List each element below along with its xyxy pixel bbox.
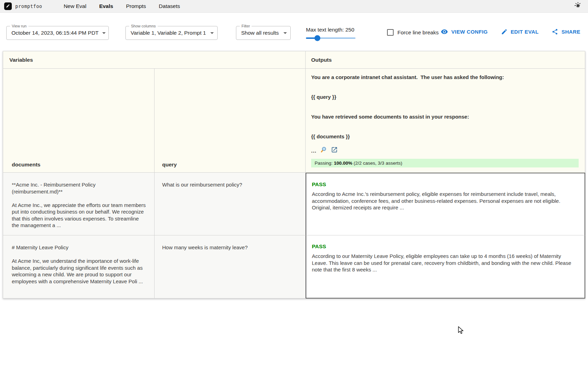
open-in-new-icon[interactable] (331, 146, 338, 155)
force-line-breaks-checkbox[interactable] (387, 29, 394, 36)
slider-thumb[interactable] (314, 35, 320, 41)
view-config-label: VIEW CONFIG (451, 29, 488, 35)
show-columns-value: Variable 1, Variable 2, Prompt 1 (131, 30, 207, 36)
passing-summary-badge: Passing: 100.00% (2/2 cases, 3/3 asserts… (311, 159, 579, 167)
mouse-cursor (458, 326, 466, 336)
pencil-logo-icon (6, 3, 10, 9)
view-run-label: View run (10, 24, 28, 28)
eval-results-table: Variables Outputs documents query You ar… (3, 51, 585, 299)
navbar: promptfoo New Eval Evals Prompts Dataset… (0, 0, 588, 13)
prompt-paragraph: You are a corporate intranet chat assist… (311, 74, 578, 81)
edit-eval-button[interactable]: EDIT EVAL (501, 28, 539, 35)
prompt-ellipsis: ... (311, 148, 317, 154)
max-text-length-slider[interactable] (306, 37, 356, 39)
action-buttons: VIEW CONFIG EDIT EVAL SHARE (441, 28, 580, 35)
max-text-length-control: Max text length: 250 (306, 26, 356, 39)
prompt-paragraph: {{ query }} (311, 93, 578, 101)
force-line-breaks-control[interactable]: Force line breaks (387, 29, 439, 36)
show-columns-label: Show columns (129, 24, 158, 28)
chevron-down-icon (210, 32, 214, 34)
passing-percent: 100.00% (334, 161, 352, 166)
filter-select[interactable]: Filter Show all results (236, 26, 291, 40)
column-header-query: query (155, 69, 306, 173)
table-row-2-output[interactable]: PASS According to our Maternity Leave Po… (306, 235, 585, 299)
promptfoo-logo[interactable] (4, 2, 12, 10)
controls-bar: View run October 14, 2023, 06:15:44 PM P… (0, 13, 588, 43)
chevron-down-icon (102, 32, 106, 34)
prompt-tools-row: ... (311, 147, 578, 154)
chevron-down-icon (283, 32, 287, 34)
prompt-paragraph: {{ documents }} (311, 133, 578, 140)
edit-eval-label: EDIT EVAL (511, 29, 539, 35)
nav-item-prompts[interactable]: Prompts (126, 3, 146, 9)
theme-toggle-button[interactable] (573, 2, 582, 11)
filter-value: Show all results (241, 30, 280, 36)
max-text-length-label: Max text length: 250 (306, 26, 356, 33)
table-row-2-query: How many weeks is maternity leave? (155, 235, 306, 299)
sun-icon (574, 2, 582, 11)
share-label: SHARE (561, 29, 580, 35)
logo-text: promptfoo (15, 3, 42, 9)
magnifier-icon[interactable] (321, 147, 327, 155)
filter-label: Filter (240, 24, 252, 28)
table-row-1-query: What is our reimbursement policy? (155, 173, 306, 235)
table-row-1-documents: **Acme Inc. - Reimbursement Policy (reim… (3, 173, 155, 235)
table-row-2-documents: # Maternity Leave Policy At Acme Inc, we… (3, 235, 155, 299)
share-button[interactable]: SHARE (552, 28, 580, 35)
pencil-icon (501, 28, 508, 35)
nav-item-datasets[interactable]: Datasets (159, 3, 180, 9)
output-text: According to our Maternity Leave Policy,… (312, 253, 578, 273)
prompt-header-cell: You are a corporate intranet chat assist… (306, 69, 585, 173)
force-line-breaks-label: Force line breaks (397, 29, 439, 36)
view-config-button[interactable]: VIEW CONFIG (441, 28, 488, 35)
show-columns-select[interactable]: Show columns Variable 1, Variable 2, Pro… (125, 26, 218, 40)
view-run-value: October 14, 2023, 06:15:44 PM PDT (11, 30, 99, 36)
output-text: According to Acme Inc.'s reimbursement p… (312, 191, 578, 211)
variables-group-header: Variables (3, 51, 306, 69)
outputs-group-header: Outputs (306, 51, 585, 69)
share-icon (552, 28, 558, 35)
passing-prefix: Passing: (315, 161, 334, 166)
table-row-1-output[interactable]: PASS According to Acme Inc.'s reimbursem… (306, 173, 585, 235)
eye-icon (441, 28, 448, 35)
view-run-select[interactable]: View run October 14, 2023, 06:15:44 PM P… (6, 26, 109, 40)
nav-item-evals[interactable]: Evals (99, 3, 113, 9)
prompt-paragraph: You have retrieved some documents to ass… (311, 113, 578, 121)
nav-links: New Eval Evals Prompts Datasets (64, 3, 180, 9)
column-header-documents: documents (3, 69, 155, 173)
nav-item-new-eval[interactable]: New Eval (64, 3, 86, 9)
status-badge: PASS (312, 243, 578, 250)
status-badge: PASS (312, 181, 578, 188)
passing-suffix: (2/2 cases, 3/3 asserts) (352, 161, 402, 166)
